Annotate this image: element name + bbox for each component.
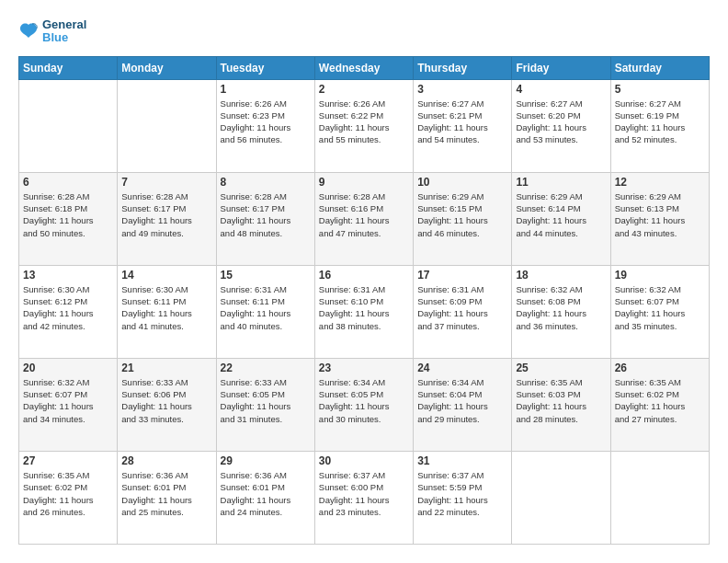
day-info: Sunrise: 6:33 AM Sunset: 6:05 PM Dayligh…	[221, 376, 311, 425]
day-info: Sunrise: 6:31 AM Sunset: 6:09 PM Dayligh…	[417, 283, 507, 332]
calendar-cell: 16Sunrise: 6:31 AM Sunset: 6:10 PM Dayli…	[314, 265, 413, 358]
day-info: Sunrise: 6:26 AM Sunset: 6:23 PM Dayligh…	[221, 98, 311, 146]
day-info: Sunrise: 6:35 AM Sunset: 6:03 PM Dayligh…	[516, 376, 606, 425]
day-number: 5	[615, 83, 705, 96]
day-number: 2	[319, 83, 409, 96]
calendar-cell: 26Sunrise: 6:35 AM Sunset: 6:02 PM Dayli…	[610, 358, 709, 451]
calendar-cell: 21Sunrise: 6:33 AM Sunset: 6:06 PM Dayli…	[118, 358, 216, 451]
day-info: Sunrise: 6:32 AM Sunset: 6:07 PM Dayligh…	[23, 376, 113, 425]
calendar-cell: 15Sunrise: 6:31 AM Sunset: 6:11 PM Dayli…	[216, 265, 314, 358]
calendar-cell: 19Sunrise: 6:32 AM Sunset: 6:07 PM Dayli…	[610, 265, 709, 358]
day-number: 26	[615, 362, 705, 374]
day-info: Sunrise: 6:28 AM Sunset: 6:16 PM Dayligh…	[319, 190, 409, 239]
calendar-cell: 31Sunrise: 6:37 AM Sunset: 5:59 PM Dayli…	[414, 451, 512, 544]
day-info: Sunrise: 6:27 AM Sunset: 6:19 PM Dayligh…	[615, 98, 705, 146]
day-number: 29	[221, 454, 311, 467]
weekday-header: Monday	[118, 56, 216, 79]
day-info: Sunrise: 6:35 AM Sunset: 6:02 PM Dayligh…	[615, 376, 705, 425]
calendar-cell: 9Sunrise: 6:28 AM Sunset: 6:16 PM Daylig…	[314, 172, 413, 265]
day-info: Sunrise: 6:29 AM Sunset: 6:13 PM Dayligh…	[615, 190, 705, 239]
calendar-cell: 1Sunrise: 6:26 AM Sunset: 6:23 PM Daylig…	[216, 79, 314, 172]
calendar-cell: 30Sunrise: 6:37 AM Sunset: 6:00 PM Dayli…	[314, 451, 413, 544]
weekday-header: Tuesday	[216, 56, 314, 79]
calendar-week-row: 6Sunrise: 6:28 AM Sunset: 6:18 PM Daylig…	[19, 172, 710, 265]
day-info: Sunrise: 6:36 AM Sunset: 6:01 PM Dayligh…	[221, 469, 311, 518]
day-info: Sunrise: 6:28 AM Sunset: 6:18 PM Dayligh…	[23, 190, 113, 239]
day-info: Sunrise: 6:28 AM Sunset: 6:17 PM Dayligh…	[121, 190, 211, 239]
calendar-week-row: 20Sunrise: 6:32 AM Sunset: 6:07 PM Dayli…	[19, 358, 710, 451]
day-number: 16	[319, 269, 409, 282]
day-number: 27	[23, 454, 113, 467]
day-number: 31	[417, 454, 507, 467]
calendar-cell: 7Sunrise: 6:28 AM Sunset: 6:17 PM Daylig…	[118, 172, 216, 265]
day-info: Sunrise: 6:27 AM Sunset: 6:21 PM Dayligh…	[417, 98, 507, 146]
calendar-cell: 22Sunrise: 6:33 AM Sunset: 6:05 PM Dayli…	[216, 358, 314, 451]
calendar-body: 1Sunrise: 6:26 AM Sunset: 6:23 PM Daylig…	[19, 79, 710, 544]
calendar-cell: 14Sunrise: 6:30 AM Sunset: 6:11 PM Dayli…	[118, 265, 216, 358]
calendar-cell: 8Sunrise: 6:28 AM Sunset: 6:17 PM Daylig…	[216, 172, 314, 265]
weekday-header: Saturday	[610, 56, 709, 79]
calendar-cell: 6Sunrise: 6:28 AM Sunset: 6:18 PM Daylig…	[19, 172, 118, 265]
day-number: 23	[319, 362, 409, 374]
day-info: Sunrise: 6:32 AM Sunset: 6:07 PM Dayligh…	[615, 283, 705, 332]
calendar-cell: 11Sunrise: 6:29 AM Sunset: 6:14 PM Dayli…	[512, 172, 610, 265]
day-number: 9	[319, 176, 409, 189]
logo-blue: Blue	[42, 31, 86, 44]
day-number: 12	[615, 176, 705, 189]
logo-general: General	[42, 18, 86, 31]
day-info: Sunrise: 6:35 AM Sunset: 6:02 PM Dayligh…	[23, 469, 113, 518]
day-number: 18	[516, 269, 606, 282]
day-info: Sunrise: 6:28 AM Sunset: 6:17 PM Dayligh…	[221, 190, 311, 239]
calendar-week-row: 1Sunrise: 6:26 AM Sunset: 6:23 PM Daylig…	[19, 79, 710, 172]
day-number: 4	[516, 83, 606, 96]
weekday-header: Sunday	[19, 56, 118, 79]
calendar-cell: 24Sunrise: 6:34 AM Sunset: 6:04 PM Dayli…	[414, 358, 512, 451]
weekday-header: Friday	[512, 56, 610, 79]
day-number: 13	[23, 269, 113, 282]
calendar-cell: 4Sunrise: 6:27 AM Sunset: 6:20 PM Daylig…	[512, 79, 610, 172]
day-info: Sunrise: 6:37 AM Sunset: 5:59 PM Dayligh…	[417, 469, 507, 518]
day-info: Sunrise: 6:26 AM Sunset: 6:22 PM Dayligh…	[319, 98, 409, 146]
day-number: 3	[417, 83, 507, 96]
logo: General Blue	[18, 18, 86, 45]
weekday-row: SundayMondayTuesdayWednesdayThursdayFrid…	[19, 56, 710, 79]
day-number: 10	[417, 176, 507, 189]
calendar-cell: 20Sunrise: 6:32 AM Sunset: 6:07 PM Dayli…	[19, 358, 118, 451]
day-number: 14	[121, 269, 211, 282]
calendar-table: SundayMondayTuesdayWednesdayThursdayFrid…	[18, 56, 710, 545]
calendar-cell: 18Sunrise: 6:32 AM Sunset: 6:08 PM Dayli…	[512, 265, 610, 358]
calendar-cell: 23Sunrise: 6:34 AM Sunset: 6:05 PM Dayli…	[314, 358, 413, 451]
day-number: 17	[417, 269, 507, 282]
calendar-header: SundayMondayTuesdayWednesdayThursdayFrid…	[19, 56, 710, 79]
day-info: Sunrise: 6:27 AM Sunset: 6:20 PM Dayligh…	[516, 98, 606, 146]
day-number: 22	[221, 362, 311, 374]
calendar-cell: 2Sunrise: 6:26 AM Sunset: 6:22 PM Daylig…	[314, 79, 413, 172]
day-number: 21	[121, 362, 211, 374]
day-number: 30	[319, 454, 409, 467]
page: General Blue SundayMondayTuesdayWednesda…	[0, 0, 728, 563]
calendar-cell	[610, 451, 709, 544]
calendar-cell: 3Sunrise: 6:27 AM Sunset: 6:21 PM Daylig…	[414, 79, 512, 172]
calendar-cell: 28Sunrise: 6:36 AM Sunset: 6:01 PM Dayli…	[118, 451, 216, 544]
day-number: 28	[121, 454, 211, 467]
day-info: Sunrise: 6:30 AM Sunset: 6:11 PM Dayligh…	[121, 283, 211, 332]
day-info: Sunrise: 6:29 AM Sunset: 6:14 PM Dayligh…	[516, 190, 606, 239]
day-number: 25	[516, 362, 606, 374]
calendar-cell: 29Sunrise: 6:36 AM Sunset: 6:01 PM Dayli…	[216, 451, 314, 544]
day-info: Sunrise: 6:29 AM Sunset: 6:15 PM Dayligh…	[417, 190, 507, 239]
day-number: 7	[121, 176, 211, 189]
weekday-header: Wednesday	[314, 56, 413, 79]
day-number: 8	[221, 176, 311, 189]
calendar-cell	[19, 79, 118, 172]
day-info: Sunrise: 6:32 AM Sunset: 6:08 PM Dayligh…	[516, 283, 606, 332]
day-number: 6	[23, 176, 113, 189]
day-info: Sunrise: 6:36 AM Sunset: 6:01 PM Dayligh…	[121, 469, 211, 518]
header: General Blue	[18, 18, 710, 45]
calendar-cell	[118, 79, 216, 172]
day-info: Sunrise: 6:33 AM Sunset: 6:06 PM Dayligh…	[121, 376, 211, 425]
day-info: Sunrise: 6:34 AM Sunset: 6:04 PM Dayligh…	[417, 376, 507, 425]
calendar-cell: 13Sunrise: 6:30 AM Sunset: 6:12 PM Dayli…	[19, 265, 118, 358]
calendar-cell: 17Sunrise: 6:31 AM Sunset: 6:09 PM Dayli…	[414, 265, 512, 358]
weekday-header: Thursday	[414, 56, 512, 79]
day-info: Sunrise: 6:30 AM Sunset: 6:12 PM Dayligh…	[23, 283, 113, 332]
